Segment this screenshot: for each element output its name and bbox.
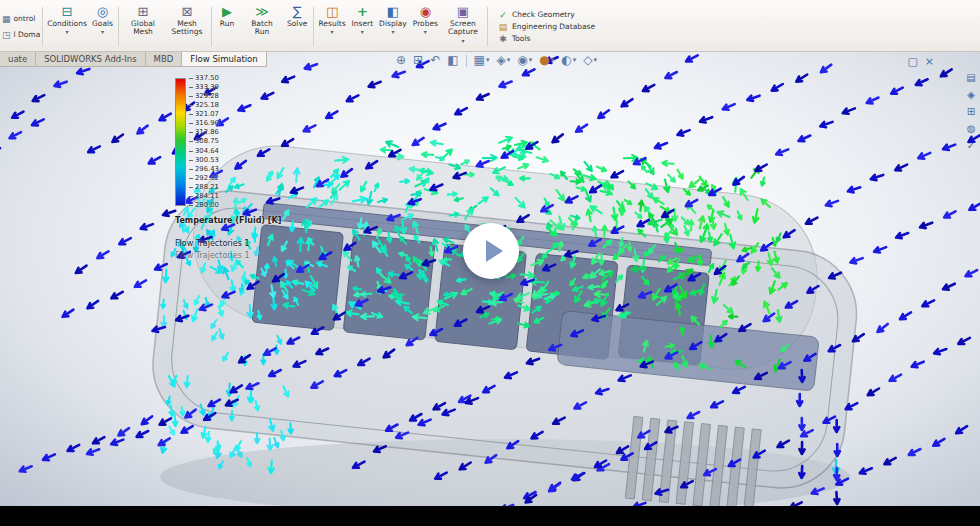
view-settings-icon[interactable]: ◇ xyxy=(583,54,597,67)
ribbon-separator xyxy=(313,7,314,46)
command-manager-ribbon: ▦ ontrol ◳ l Domain ⊟ Conditions ◎ Goals… xyxy=(0,0,980,52)
zoom-to-area-icon[interactable]: ⊞ xyxy=(413,54,423,67)
legend-tick-value: 284.11 xyxy=(189,193,219,200)
global-mesh-button[interactable]: ⊞ Global Mesh xyxy=(121,2,165,51)
right-rail-icon[interactable]: ◍ xyxy=(965,123,977,135)
tab-mbd[interactable]: MBD xyxy=(146,52,183,67)
solve-icon: ∑ xyxy=(293,4,302,19)
display-style-icon[interactable]: ◈ xyxy=(496,54,510,67)
close-window-icon[interactable]: × xyxy=(925,56,934,68)
screen-capture-button[interactable]: ▣ Screen Capture xyxy=(441,2,485,51)
conditions-icon: ⊟ xyxy=(62,4,73,19)
display-icon: ◧ xyxy=(387,4,399,19)
legend-tick-value: 325.18 xyxy=(189,102,219,109)
results-button[interactable]: ◫ Results xyxy=(316,2,349,51)
legend-tick-labels: 337.50333.39329.28325.18321.07316.96312.… xyxy=(189,75,219,209)
legend-tick-value: 329.28 xyxy=(189,93,219,100)
flow-trajectories-label-secondary[interactable]: Flow Trajectories 1 xyxy=(175,251,281,260)
legend-tick-value: 304.64 xyxy=(189,148,219,155)
global-mesh-icon: ⊞ xyxy=(138,4,149,19)
app-root: ▦ ontrol ◳ l Domain ⊟ Conditions ◎ Goals… xyxy=(0,0,980,526)
ribbon-separator xyxy=(118,7,119,46)
tab-solidworks-add-ins[interactable]: SOLIDWORKS Add-Ins xyxy=(36,52,145,67)
ribbon-separator xyxy=(211,7,212,46)
insert-icon: + xyxy=(357,4,368,19)
check-geometry-icon: ✓ xyxy=(498,10,508,20)
results-legend: 337.50333.39329.28325.18321.07316.96312.… xyxy=(175,78,281,260)
solve-button[interactable]: ∑ Solve xyxy=(284,2,311,51)
insert-button[interactable]: + Insert xyxy=(349,2,377,51)
legend-title: Temperature (Fluid) [K] xyxy=(175,216,281,225)
display-button[interactable]: ◧ Display xyxy=(376,2,410,51)
run-icon: ▶ xyxy=(222,4,232,19)
run-button[interactable]: ▶ Run xyxy=(214,2,240,51)
legend-tick-value: 280.00 xyxy=(189,202,219,209)
tab-flow-simulation[interactable]: Flow Simulation xyxy=(182,52,266,67)
computational-domain-icon: ◳ xyxy=(2,30,11,40)
batch-run-button[interactable]: ≫ Batch Run xyxy=(240,2,284,51)
right-shortcut-bar: ▤◈⊞◍✓ xyxy=(965,72,977,152)
flow-simulation-canvas[interactable] xyxy=(0,52,980,506)
control-item[interactable]: ▦ ontrol xyxy=(2,14,40,24)
engineering-database-icon: ▤ xyxy=(498,22,508,32)
legend-tick-value: 288.21 xyxy=(189,184,219,191)
legend-tick-value: 321.07 xyxy=(189,111,219,118)
legend-tick-value: 312.86 xyxy=(189,129,219,136)
goals-button[interactable]: ◎ Goals xyxy=(89,2,116,51)
results-icon: ◫ xyxy=(326,4,338,19)
legend-tick-value: 296.43 xyxy=(189,166,219,173)
engineering-database-item[interactable]: ▤ Engineering Database xyxy=(498,22,595,32)
heads-up-view-toolbar: ⊕ ⊞ ↶ ◧ ▦ ◈ ◉ ● ◐ ◇ xyxy=(396,54,597,67)
right-rail-icon[interactable]: ▤ xyxy=(965,72,977,84)
command-manager-tabs: uate SOLIDWORKS Add-Ins MBD Flow Simulat… xyxy=(0,52,267,67)
letterbox-bar xyxy=(0,506,980,526)
check-geometry-item[interactable]: ✓ Check Geometry xyxy=(498,10,595,20)
play-icon xyxy=(486,240,503,262)
previous-view-icon[interactable]: ↶ xyxy=(430,54,440,67)
mesh-settings-icon: ⊠ xyxy=(182,4,193,19)
right-rail-icon[interactable]: ✓ xyxy=(965,140,977,152)
flow-trajectories-label[interactable]: Flow Trajectories 1 xyxy=(175,239,281,248)
control-icon: ▦ xyxy=(2,14,11,24)
hide-show-items-icon[interactable]: ◉ xyxy=(517,54,532,67)
conditions-button[interactable]: ⊟ Conditions xyxy=(45,2,89,51)
legend-tick-value: 292.32 xyxy=(189,175,219,182)
computational-domain-item[interactable]: ◳ l Domain xyxy=(2,30,40,40)
goals-icon: ◎ xyxy=(97,4,108,19)
ribbon-left-clipped: ▦ ontrol ◳ l Domain xyxy=(0,2,40,51)
legend-tick-value: 308.75 xyxy=(189,138,219,145)
probes-icon: ◉ xyxy=(420,4,431,19)
legend-tick-value: 316.96 xyxy=(189,120,219,127)
mesh-settings-button[interactable]: ⊠ Mesh Settings xyxy=(165,2,209,51)
probes-button[interactable]: ◉ Probes xyxy=(410,2,441,51)
ribbon-separator xyxy=(487,7,488,46)
legend-tick-value: 337.50 xyxy=(189,75,219,82)
computational-domain-label: l Domain xyxy=(14,30,40,39)
section-view-icon[interactable]: ◧ xyxy=(447,54,458,67)
tools-item[interactable]: ✱ Tools xyxy=(498,34,595,44)
graphics-area: uate SOLIDWORKS Add-Ins MBD Flow Simulat… xyxy=(0,52,980,506)
tools-icon: ✱ xyxy=(498,34,508,44)
edit-appearance-icon[interactable]: ● xyxy=(539,54,554,67)
restore-window-icon[interactable]: ▢ xyxy=(907,56,917,68)
legend-tick-value: 333.39 xyxy=(189,84,219,91)
right-rail-icon[interactable]: ⊞ xyxy=(965,106,977,118)
video-play-button[interactable] xyxy=(463,223,519,279)
temperature-color-scale[interactable] xyxy=(175,78,186,206)
document-window-controls: ▢ × xyxy=(907,56,934,68)
control-label: ontrol xyxy=(14,14,36,23)
zoom-to-fit-icon[interactable]: ⊕ xyxy=(396,54,406,67)
ribbon-menu-group: ✓ Check Geometry ▤ Engineering Database … xyxy=(490,2,603,51)
screen-capture-icon: ▣ xyxy=(457,4,469,19)
apply-scene-icon[interactable]: ◐ xyxy=(561,54,576,67)
legend-tick-value: 300.53 xyxy=(189,157,219,164)
batch-run-icon: ≫ xyxy=(255,4,269,19)
tab-evaluate-clipped[interactable]: uate xyxy=(0,52,36,67)
ribbon-separator xyxy=(42,7,43,46)
hud-separator xyxy=(466,55,467,67)
right-rail-icon[interactable]: ◈ xyxy=(965,89,977,101)
view-orientation-icon[interactable]: ▦ xyxy=(474,54,490,67)
